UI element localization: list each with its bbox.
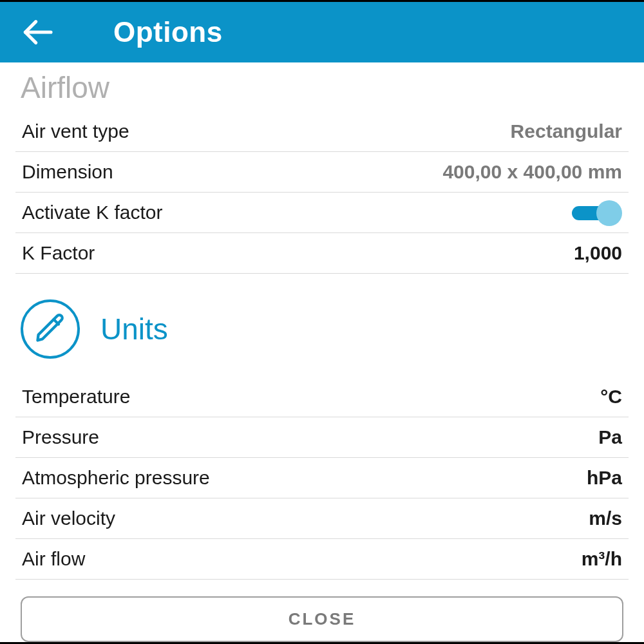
dimension-value: 400,00 x 400,00 mm: [442, 161, 622, 183]
pressure-row[interactable]: Pressure Pa: [15, 417, 629, 458]
units-header: Units: [15, 274, 629, 377]
activate-k-factor-row: Activate K factor: [15, 193, 629, 233]
air-vent-type-row[interactable]: Air vent type Rectangular: [15, 111, 629, 152]
air-velocity-row[interactable]: Air velocity m/s: [15, 498, 629, 539]
temperature-label: Temperature: [22, 386, 130, 408]
airflow-section-title: Airflow: [15, 70, 629, 105]
k-factor-row[interactable]: K Factor 1,000: [15, 233, 629, 274]
toggle-thumb: [596, 200, 622, 226]
atm-pressure-row[interactable]: Atmospheric pressure hPa: [15, 458, 629, 498]
atm-pressure-value: hPa: [587, 467, 622, 489]
atm-pressure-label: Atmospheric pressure: [22, 467, 210, 489]
temperature-row[interactable]: Temperature °C: [15, 377, 629, 417]
k-factor-label: K Factor: [22, 242, 95, 264]
close-button[interactable]: CLOSE: [21, 596, 623, 642]
dimension-label: Dimension: [22, 161, 113, 183]
air-flow-value: m³/h: [582, 548, 622, 570]
page-title: Options: [113, 16, 223, 48]
app-header: Options: [0, 2, 644, 62]
air-flow-label: Air flow: [22, 548, 85, 570]
activate-k-factor-label: Activate K factor: [22, 202, 162, 223]
air-flow-row[interactable]: Air flow m³/h: [15, 539, 629, 580]
edit-units-button[interactable]: [21, 299, 80, 359]
temperature-value: °C: [600, 386, 622, 408]
air-vent-type-value: Rectangular: [511, 120, 622, 142]
pressure-value: Pa: [598, 426, 622, 448]
k-factor-value: 1,000: [574, 242, 622, 264]
air-velocity-value: m/s: [589, 507, 622, 529]
svg-line-1: [53, 319, 59, 325]
pencil-icon: [33, 311, 67, 347]
dimension-row[interactable]: Dimension 400,00 x 400,00 mm: [15, 152, 629, 193]
air-vent-type-label: Air vent type: [22, 120, 129, 142]
activate-k-factor-toggle[interactable]: [572, 202, 622, 223]
pressure-label: Pressure: [22, 426, 99, 448]
air-velocity-label: Air velocity: [22, 507, 115, 529]
back-arrow-icon[interactable]: [19, 14, 55, 50]
units-section-title: Units: [100, 312, 168, 346]
